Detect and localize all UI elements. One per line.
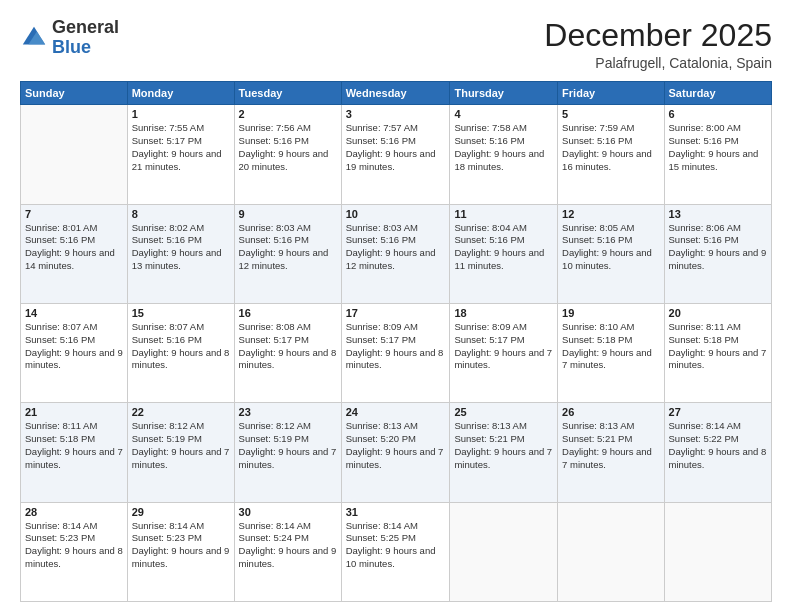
day-number: 8 [132, 208, 230, 220]
logo-blue: Blue [52, 37, 91, 57]
col-header-saturday: Saturday [664, 82, 771, 105]
calendar-cell: 18Sunrise: 8:09 AMSunset: 5:17 PMDayligh… [450, 303, 558, 402]
day-info: Sunrise: 8:06 AMSunset: 5:16 PMDaylight:… [669, 222, 767, 273]
calendar-cell: 12Sunrise: 8:05 AMSunset: 5:16 PMDayligh… [558, 204, 664, 303]
day-info: Sunrise: 8:02 AMSunset: 5:16 PMDaylight:… [132, 222, 230, 273]
calendar-cell: 7Sunrise: 8:01 AMSunset: 5:16 PMDaylight… [21, 204, 128, 303]
day-info: Sunrise: 8:04 AMSunset: 5:16 PMDaylight:… [454, 222, 553, 273]
day-number: 19 [562, 307, 659, 319]
day-info: Sunrise: 8:05 AMSunset: 5:16 PMDaylight:… [562, 222, 659, 273]
day-number: 22 [132, 406, 230, 418]
day-number: 13 [669, 208, 767, 220]
day-info: Sunrise: 8:00 AMSunset: 5:16 PMDaylight:… [669, 122, 767, 173]
calendar-cell: 2Sunrise: 7:56 AMSunset: 5:16 PMDaylight… [234, 105, 341, 204]
calendar-cell: 16Sunrise: 8:08 AMSunset: 5:17 PMDayligh… [234, 303, 341, 402]
calendar-week-row: 7Sunrise: 8:01 AMSunset: 5:16 PMDaylight… [21, 204, 772, 303]
calendar-cell: 15Sunrise: 8:07 AMSunset: 5:16 PMDayligh… [127, 303, 234, 402]
calendar-cell: 24Sunrise: 8:13 AMSunset: 5:20 PMDayligh… [341, 403, 450, 502]
day-info: Sunrise: 7:55 AMSunset: 5:17 PMDaylight:… [132, 122, 230, 173]
day-number: 29 [132, 506, 230, 518]
calendar-cell: 4Sunrise: 7:58 AMSunset: 5:16 PMDaylight… [450, 105, 558, 204]
title-block: December 2025 Palafrugell, Catalonia, Sp… [544, 18, 772, 71]
day-info: Sunrise: 8:03 AMSunset: 5:16 PMDaylight:… [346, 222, 446, 273]
col-header-wednesday: Wednesday [341, 82, 450, 105]
calendar-cell: 19Sunrise: 8:10 AMSunset: 5:18 PMDayligh… [558, 303, 664, 402]
day-info: Sunrise: 8:14 AMSunset: 5:25 PMDaylight:… [346, 520, 446, 571]
calendar-cell: 3Sunrise: 7:57 AMSunset: 5:16 PMDaylight… [341, 105, 450, 204]
calendar-cell: 23Sunrise: 8:12 AMSunset: 5:19 PMDayligh… [234, 403, 341, 502]
day-info: Sunrise: 8:14 AMSunset: 5:24 PMDaylight:… [239, 520, 337, 571]
calendar-cell [21, 105, 128, 204]
day-number: 20 [669, 307, 767, 319]
day-number: 11 [454, 208, 553, 220]
day-number: 6 [669, 108, 767, 120]
day-number: 30 [239, 506, 337, 518]
logo-text: General Blue [52, 18, 119, 58]
calendar-week-row: 28Sunrise: 8:14 AMSunset: 5:23 PMDayligh… [21, 502, 772, 601]
day-info: Sunrise: 8:03 AMSunset: 5:16 PMDaylight:… [239, 222, 337, 273]
calendar-cell: 27Sunrise: 8:14 AMSunset: 5:22 PMDayligh… [664, 403, 771, 502]
day-number: 10 [346, 208, 446, 220]
day-number: 15 [132, 307, 230, 319]
calendar-cell: 20Sunrise: 8:11 AMSunset: 5:18 PMDayligh… [664, 303, 771, 402]
logo-general: General [52, 17, 119, 37]
calendar-cell: 11Sunrise: 8:04 AMSunset: 5:16 PMDayligh… [450, 204, 558, 303]
day-number: 9 [239, 208, 337, 220]
day-info: Sunrise: 8:11 AMSunset: 5:18 PMDaylight:… [669, 321, 767, 372]
day-number: 5 [562, 108, 659, 120]
calendar-cell: 31Sunrise: 8:14 AMSunset: 5:25 PMDayligh… [341, 502, 450, 601]
day-number: 26 [562, 406, 659, 418]
calendar-cell: 25Sunrise: 8:13 AMSunset: 5:21 PMDayligh… [450, 403, 558, 502]
calendar-cell [664, 502, 771, 601]
calendar-cell: 1Sunrise: 7:55 AMSunset: 5:17 PMDaylight… [127, 105, 234, 204]
calendar-cell: 8Sunrise: 8:02 AMSunset: 5:16 PMDaylight… [127, 204, 234, 303]
day-number: 25 [454, 406, 553, 418]
day-number: 1 [132, 108, 230, 120]
calendar-cell [450, 502, 558, 601]
day-number: 12 [562, 208, 659, 220]
header: General Blue December 2025 Palafrugell, … [20, 18, 772, 71]
day-number: 2 [239, 108, 337, 120]
calendar-cell: 21Sunrise: 8:11 AMSunset: 5:18 PMDayligh… [21, 403, 128, 502]
day-info: Sunrise: 8:12 AMSunset: 5:19 PMDaylight:… [239, 420, 337, 471]
calendar-cell [558, 502, 664, 601]
calendar-cell: 13Sunrise: 8:06 AMSunset: 5:16 PMDayligh… [664, 204, 771, 303]
col-header-friday: Friday [558, 82, 664, 105]
day-number: 16 [239, 307, 337, 319]
calendar-week-row: 1Sunrise: 7:55 AMSunset: 5:17 PMDaylight… [21, 105, 772, 204]
calendar-week-row: 14Sunrise: 8:07 AMSunset: 5:16 PMDayligh… [21, 303, 772, 402]
day-number: 18 [454, 307, 553, 319]
day-number: 7 [25, 208, 123, 220]
day-info: Sunrise: 8:11 AMSunset: 5:18 PMDaylight:… [25, 420, 123, 471]
logo-icon [20, 24, 48, 52]
calendar-week-row: 21Sunrise: 8:11 AMSunset: 5:18 PMDayligh… [21, 403, 772, 502]
day-info: Sunrise: 8:01 AMSunset: 5:16 PMDaylight:… [25, 222, 123, 273]
calendar-cell: 9Sunrise: 8:03 AMSunset: 5:16 PMDaylight… [234, 204, 341, 303]
day-info: Sunrise: 8:07 AMSunset: 5:16 PMDaylight:… [132, 321, 230, 372]
day-info: Sunrise: 8:09 AMSunset: 5:17 PMDaylight:… [346, 321, 446, 372]
day-info: Sunrise: 8:07 AMSunset: 5:16 PMDaylight:… [25, 321, 123, 372]
calendar-cell: 22Sunrise: 8:12 AMSunset: 5:19 PMDayligh… [127, 403, 234, 502]
day-info: Sunrise: 8:13 AMSunset: 5:21 PMDaylight:… [562, 420, 659, 471]
day-info: Sunrise: 8:14 AMSunset: 5:22 PMDaylight:… [669, 420, 767, 471]
month-title: December 2025 [544, 18, 772, 53]
day-info: Sunrise: 8:14 AMSunset: 5:23 PMDaylight:… [25, 520, 123, 571]
calendar-cell: 14Sunrise: 8:07 AMSunset: 5:16 PMDayligh… [21, 303, 128, 402]
calendar-cell: 30Sunrise: 8:14 AMSunset: 5:24 PMDayligh… [234, 502, 341, 601]
day-info: Sunrise: 8:12 AMSunset: 5:19 PMDaylight:… [132, 420, 230, 471]
calendar-cell: 26Sunrise: 8:13 AMSunset: 5:21 PMDayligh… [558, 403, 664, 502]
day-number: 27 [669, 406, 767, 418]
day-number: 31 [346, 506, 446, 518]
col-header-monday: Monday [127, 82, 234, 105]
day-number: 4 [454, 108, 553, 120]
day-info: Sunrise: 7:57 AMSunset: 5:16 PMDaylight:… [346, 122, 446, 173]
day-number: 24 [346, 406, 446, 418]
day-info: Sunrise: 8:13 AMSunset: 5:21 PMDaylight:… [454, 420, 553, 471]
day-info: Sunrise: 7:58 AMSunset: 5:16 PMDaylight:… [454, 122, 553, 173]
calendar-cell: 29Sunrise: 8:14 AMSunset: 5:23 PMDayligh… [127, 502, 234, 601]
location-subtitle: Palafrugell, Catalonia, Spain [544, 55, 772, 71]
day-number: 21 [25, 406, 123, 418]
day-number: 3 [346, 108, 446, 120]
col-header-sunday: Sunday [21, 82, 128, 105]
day-number: 23 [239, 406, 337, 418]
